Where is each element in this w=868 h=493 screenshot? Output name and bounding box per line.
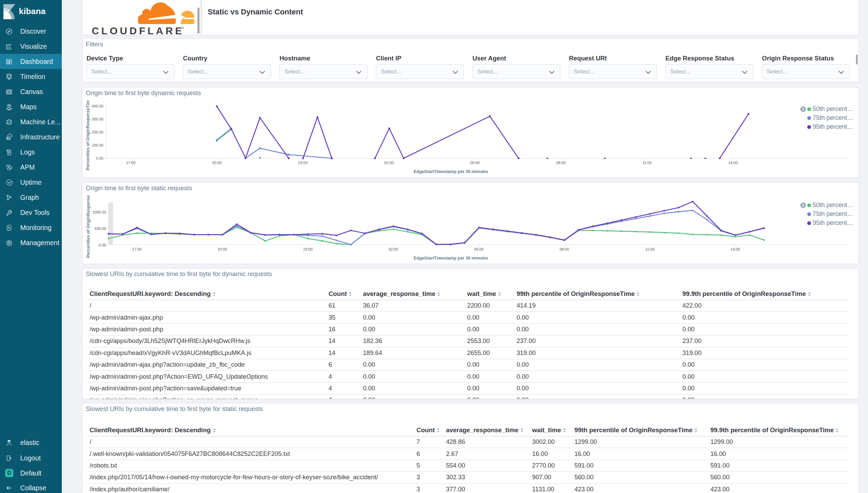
svg-text:50th percent…: 50th percent…: [813, 105, 853, 112]
svg-text:Percentiles of OriginResponseT: Percentiles of OriginResponseTim: [85, 100, 90, 170]
svg-text:17:00: 17:00: [132, 247, 142, 251]
svg-text:14:00: 14:00: [728, 161, 738, 165]
svg-text:75th percent…: 75th percent…: [813, 114, 853, 121]
svg-text:200.00: 200.00: [92, 130, 103, 134]
svg-text:20:00: 20:00: [212, 161, 222, 165]
svg-text:75th percent…: 75th percent…: [813, 210, 853, 217]
svg-text:EdgeStartTimestamp per 30 minu: EdgeStartTimestamp per 30 minutes: [414, 256, 488, 261]
svg-text:20:00: 20:00: [218, 247, 227, 251]
svg-text:11:00: 11:00: [642, 161, 652, 165]
svg-text:95th percent…: 95th percent…: [813, 123, 853, 130]
svg-text:500.00: 500.00: [94, 227, 106, 231]
svg-text:0.00: 0.00: [99, 243, 106, 247]
svg-text:08:00: 08:00: [560, 247, 569, 251]
svg-text:Percentiles of OriginResponse: Percentiles of OriginResponse: [86, 195, 91, 258]
svg-text:50th percent…: 50th percent…: [813, 202, 853, 208]
svg-text:CLOUDFLARE: CLOUDFLARE: [92, 25, 184, 35]
svg-text:05:00: 05:00: [474, 247, 484, 251]
svg-text:08:00: 08:00: [556, 161, 566, 165]
svg-text:0.00: 0.00: [96, 156, 103, 160]
svg-text:23:00: 23:00: [298, 161, 308, 165]
svg-text:300.00: 300.00: [92, 117, 103, 121]
svg-text:05:00: 05:00: [470, 161, 480, 165]
svg-text:100.00: 100.00: [92, 143, 103, 147]
svg-text:®: ®: [182, 26, 184, 30]
svg-text:1000.00: 1000.00: [92, 210, 106, 214]
svg-text:23:00: 23:00: [303, 247, 313, 251]
svg-text:11:00: 11:00: [645, 247, 654, 251]
svg-text:02:00: 02:00: [384, 161, 394, 165]
svg-text:14:00: 14:00: [731, 247, 740, 251]
svg-text:02:00: 02:00: [389, 247, 398, 251]
svg-text:EdgeStartTimestamp per 30 minu: EdgeStartTimestamp per 30 minutes: [414, 169, 488, 174]
svg-text:17:00: 17:00: [126, 161, 136, 165]
svg-text:400.00: 400.00: [92, 104, 103, 108]
svg-text:95th percent…: 95th percent…: [813, 219, 853, 226]
